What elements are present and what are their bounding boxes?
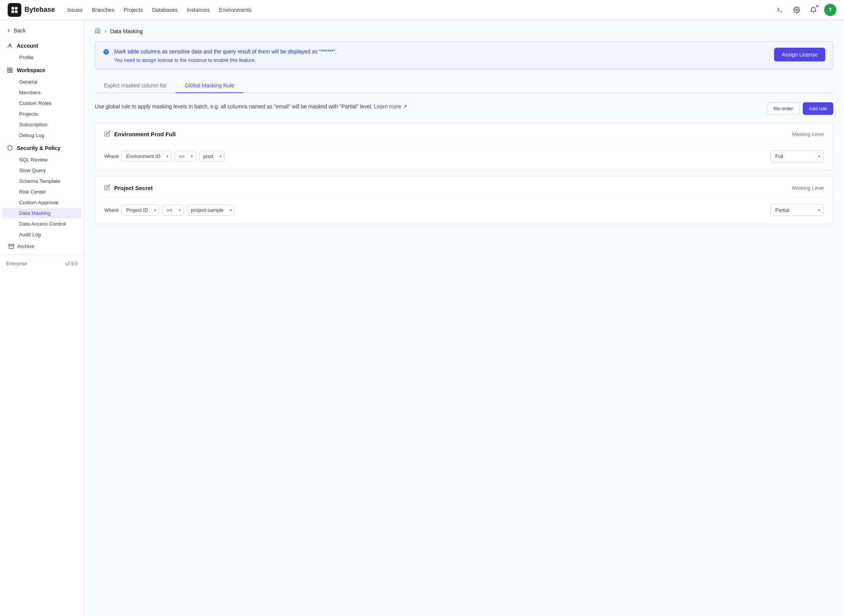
sidebar-item-audit-log[interactable]: Audit Log xyxy=(2,229,81,240)
sidebar-item-slow-query[interactable]: Slow Query xyxy=(2,165,81,176)
rule1-edit-icon[interactable] xyxy=(104,131,110,138)
info-secondary-text: You need to assign license to the instan… xyxy=(114,57,337,63)
rule1-masking-select[interactable]: Full Partial None xyxy=(770,150,824,162)
sidebar-item-data-masking[interactable]: Data Masking xyxy=(2,208,81,218)
sidebar-item-custom-roles[interactable]: Custom Roles xyxy=(2,98,81,108)
terminal-button[interactable] xyxy=(774,4,786,16)
workspace-icon xyxy=(6,66,14,74)
sidebar-item-risk-center[interactable]: Risk Center xyxy=(2,187,81,197)
sidebar-footer: Enterprise v2.9.0 xyxy=(0,258,84,269)
tab-description: Use global rule to apply masking levels … xyxy=(95,102,833,115)
nav-environments[interactable]: Environments xyxy=(219,5,252,15)
rule2-op-select-wrapper: == xyxy=(162,205,184,216)
tab-explicit-masked[interactable]: Explict masked column list xyxy=(95,79,176,93)
tab-desc-content: Use global rule to apply masking levels … xyxy=(95,103,372,110)
rule1-field-select[interactable]: Environment ID xyxy=(122,151,171,162)
svg-rect-8 xyxy=(10,68,12,70)
main-layout: Back Account Profile Workspace General M… xyxy=(0,20,844,616)
rule1-op-select-wrapper: == xyxy=(175,151,196,162)
logo[interactable]: Bytebase xyxy=(8,3,55,17)
sidebar-divider xyxy=(0,255,84,255)
svg-rect-11 xyxy=(9,244,14,245)
brand-name: Bytebase xyxy=(24,6,55,14)
rule1-title: Environment Prod Full xyxy=(114,131,176,137)
rule2-masking-select-wrapper: Full Partial None xyxy=(770,204,824,216)
breadcrumb-current: Data Masking xyxy=(110,28,143,34)
security-section-header: Security & Policy xyxy=(0,142,84,154)
rule2-where-label: Where xyxy=(104,207,119,213)
notification-button[interactable] xyxy=(807,4,820,16)
nav-branches[interactable]: Branches xyxy=(92,5,115,15)
nav-databases[interactable]: Databases xyxy=(152,5,178,15)
rule2-title: Project Secret xyxy=(114,185,153,191)
rule2-op-select[interactable]: == xyxy=(162,205,184,216)
nav-actions: T xyxy=(774,4,836,16)
rule2-masking-select[interactable]: Full Partial None xyxy=(770,204,824,216)
workspace-section: Workspace General Members Custom Roles P… xyxy=(0,64,84,140)
back-label: Back xyxy=(14,27,26,34)
sidebar-item-schema-template[interactable]: Schema Template xyxy=(2,176,81,186)
footer-version: v2.9.0 xyxy=(65,261,78,266)
sidebar-item-debug-log[interactable]: Debug Log xyxy=(2,130,81,140)
reorder-button[interactable]: Re-order xyxy=(767,102,799,115)
sidebar-item-custom-approval[interactable]: Custom Approval xyxy=(2,197,81,208)
back-button[interactable]: Back xyxy=(0,24,84,37)
sidebar-item-data-access-control[interactable]: Data Access Control xyxy=(2,219,81,229)
rule-card-2: Project Secret Masking Level Where Proje… xyxy=(95,176,833,224)
rule2-value-select[interactable]: project-sample xyxy=(187,205,235,216)
rule1-where-label: Where xyxy=(104,153,119,159)
sidebar-item-profile[interactable]: Profile xyxy=(2,52,81,63)
breadcrumb-separator: > xyxy=(104,28,107,34)
breadcrumb: > Data Masking xyxy=(95,27,833,35)
add-rule-button[interactable]: Add rule xyxy=(803,102,833,115)
nav-instances[interactable]: Instances xyxy=(187,5,210,15)
rule1-value-select-wrapper: prod xyxy=(199,151,225,162)
rule1-masking-label: Masking Level xyxy=(792,131,824,137)
svg-point-6 xyxy=(9,44,11,46)
info-banner: Mark table columns as sensitive data and… xyxy=(95,41,833,69)
sidebar-item-projects[interactable]: Projects xyxy=(2,109,81,119)
settings-button[interactable] xyxy=(791,4,803,16)
svg-rect-9 xyxy=(8,71,10,73)
sidebar-item-subscription[interactable]: Subscription xyxy=(2,119,81,130)
nav-issues[interactable]: Issues xyxy=(67,5,82,15)
logo-icon xyxy=(8,3,21,17)
info-banner-left: Mark table columns as sensitive data and… xyxy=(103,48,337,63)
sidebar-item-members[interactable]: Members xyxy=(2,87,81,98)
info-icon xyxy=(103,48,110,57)
learn-more-link[interactable]: Learn more ↗ xyxy=(374,103,407,110)
rule2-field-select-wrapper: Project ID xyxy=(122,205,159,216)
tabs: Explict masked column list Global Maskin… xyxy=(95,79,833,93)
home-icon[interactable] xyxy=(95,27,101,35)
tab-global-masking[interactable]: Global Masking Rule xyxy=(176,79,243,93)
tab-desc-text: Use global rule to apply masking levels … xyxy=(95,102,407,111)
svg-rect-10 xyxy=(10,71,12,73)
main-content: > Data Masking Mark table columns as sen… xyxy=(84,20,844,616)
svg-rect-7 xyxy=(8,68,10,70)
rule2-field-select[interactable]: Project ID xyxy=(122,205,159,216)
sidebar-item-sql-review[interactable]: SQL Review xyxy=(2,155,81,165)
rule1-value-select[interactable]: prod xyxy=(199,151,225,162)
nav-projects[interactable]: Projects xyxy=(124,5,143,15)
footer-plan: Enterprise xyxy=(6,261,27,266)
sidebar-item-archive[interactable]: Archive xyxy=(2,241,81,252)
sidebar-item-general[interactable]: General xyxy=(2,77,81,87)
rule1-op-select[interactable]: == xyxy=(175,151,196,162)
archive-label: Archive xyxy=(17,243,34,249)
workspace-section-header: Workspace xyxy=(0,64,84,76)
info-banner-text: Mark table columns as sensitive data and… xyxy=(114,48,337,63)
svg-rect-3 xyxy=(15,10,18,13)
account-section-header: Account xyxy=(0,40,84,52)
svg-point-5 xyxy=(796,9,798,11)
svg-rect-2 xyxy=(11,10,14,13)
rule-card-1: Environment Prod Full Masking Level Wher… xyxy=(95,123,833,170)
assign-license-button[interactable]: Assign License xyxy=(774,48,825,61)
avatar[interactable]: T xyxy=(824,4,836,16)
info-primary-text: Mark table columns as sensitive data and… xyxy=(114,48,337,56)
rule2-masking-label: Masking Level xyxy=(792,185,824,191)
rule2-edit-icon[interactable] xyxy=(104,184,110,192)
rule2-value-select-wrapper: project-sample xyxy=(187,205,235,216)
workspace-section-label: Workspace xyxy=(17,67,45,73)
nav-links: Issues Branches Projects Databases Insta… xyxy=(67,5,774,15)
sidebar: Back Account Profile Workspace General M… xyxy=(0,20,84,616)
